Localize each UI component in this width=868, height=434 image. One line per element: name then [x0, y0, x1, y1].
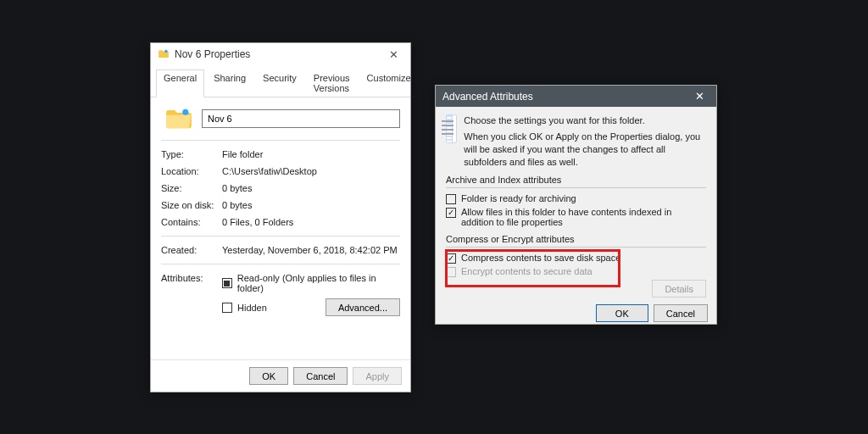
label-attributes: Attributes: — [161, 273, 222, 283]
label-readonly: Read-only (Only applies to files in fold… — [237, 273, 400, 293]
properties-window: Nov 6 Properties ✕ General Sharing Secur… — [150, 42, 411, 392]
highlight-compress-option — [445, 249, 620, 287]
apply-button[interactable]: Apply — [353, 367, 402, 385]
tab-general[interactable]: General — [156, 70, 204, 97]
advanced-intro-2: When you click OK or Apply on the Proper… — [464, 131, 706, 169]
cancel-button[interactable]: Cancel — [293, 367, 348, 385]
value-contains: 0 Files, 0 Folders — [222, 217, 400, 227]
close-icon[interactable]: ✕ — [382, 47, 405, 63]
label-created: Created: — [161, 245, 222, 255]
tab-customize[interactable]: Customize — [359, 70, 419, 97]
ok-button[interactable]: OK — [596, 304, 648, 322]
value-created: Yesterday, November 6, 2018, 8:42:02 PM — [222, 245, 400, 255]
folder-name-input[interactable] — [202, 109, 400, 128]
value-size: 0 bytes — [222, 183, 400, 193]
properties-body: Type:File folder Location:C:\Users\fatiw… — [151, 97, 410, 359]
ok-button[interactable]: OK — [249, 367, 288, 385]
advanced-title: Advanced Attributes — [442, 91, 688, 103]
advanced-intro: Choose the settings you want for this fo… — [464, 114, 706, 168]
svg-point-1 — [182, 109, 188, 115]
group-compress-label: Compress or Encrypt attributes — [446, 234, 706, 244]
checkbox-icon — [446, 208, 456, 218]
value-type: File folder — [222, 149, 400, 159]
label-contains: Contains: — [161, 217, 222, 227]
label-index: Allow files in this folder to have conte… — [461, 207, 706, 227]
label-size: Size: — [161, 183, 222, 193]
value-location: C:\Users\fatiw\Desktop — [222, 166, 400, 176]
advanced-button-bar: OK Cancel — [436, 301, 716, 329]
label-hidden: Hidden — [237, 303, 267, 313]
value-size-on-disk: 0 bytes — [222, 200, 400, 210]
folder-large-icon — [164, 106, 193, 131]
tab-sharing[interactable]: Sharing — [206, 70, 253, 97]
label-location: Location: — [161, 166, 222, 176]
window-title: Nov 6 Properties — [175, 48, 382, 60]
label-archive: Folder is ready for archiving — [461, 193, 576, 203]
tab-security[interactable]: Security — [255, 70, 304, 97]
checkbox-hidden[interactable]: Hidden — [222, 303, 326, 313]
checkbox-icon — [222, 278, 232, 288]
checkbox-icon — [222, 303, 232, 313]
label-type: Type: — [161, 149, 222, 159]
properties-button-bar: OK Cancel Apply — [151, 359, 410, 392]
checkbox-index[interactable]: Allow files in this folder to have conte… — [446, 207, 706, 227]
tab-strip: General Sharing Security Previous Versio… — [151, 65, 410, 97]
checkbox-readonly[interactable]: Read-only (Only applies to files in fold… — [222, 273, 400, 293]
attributes-icon — [446, 114, 457, 143]
advanced-titlebar[interactable]: Advanced Attributes ✕ — [436, 86, 716, 107]
cancel-button[interactable]: Cancel — [654, 304, 708, 322]
checkbox-archive[interactable]: Folder is ready for archiving — [446, 193, 706, 204]
close-icon[interactable]: ✕ — [688, 88, 711, 104]
tab-previous-versions[interactable]: Previous Versions — [306, 70, 358, 97]
label-size-on-disk: Size on disk: — [161, 200, 222, 210]
svg-point-0 — [164, 50, 168, 53]
checkbox-icon — [446, 194, 456, 204]
folder-icon — [158, 48, 170, 60]
advanced-button[interactable]: Advanced... — [326, 298, 400, 316]
properties-titlebar[interactable]: Nov 6 Properties ✕ — [151, 43, 410, 65]
advanced-intro-1: Choose the settings you want for this fo… — [464, 114, 706, 127]
advanced-attributes-window: Advanced Attributes ✕ Choose the setting… — [435, 85, 717, 325]
details-button[interactable]: Details — [652, 280, 706, 298]
group-archive-label: Archive and Index attributes — [446, 175, 706, 185]
